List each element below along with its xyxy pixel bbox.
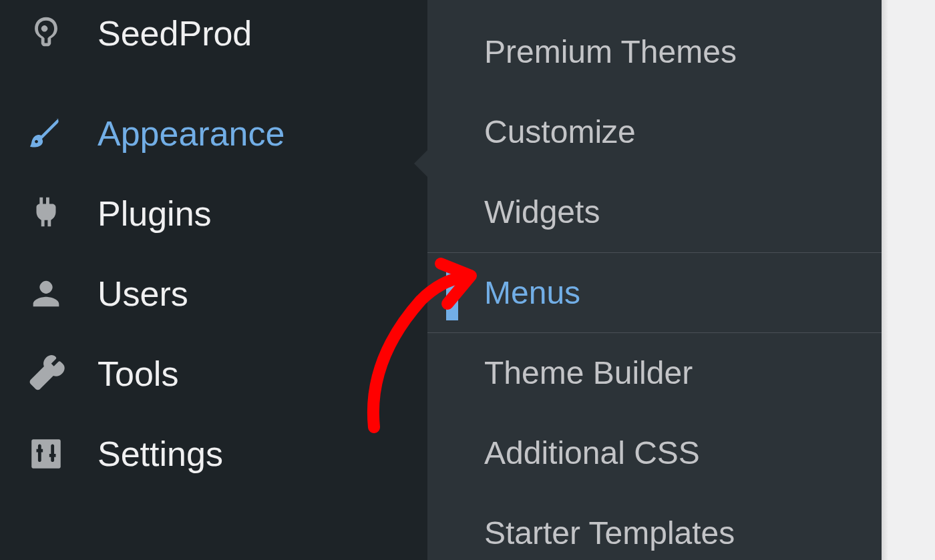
plug-icon — [27, 194, 65, 233]
submenu-item-label: Additional CSS — [484, 435, 700, 471]
active-menu-arrow — [414, 150, 427, 177]
submenu-item-menus[interactable]: Menus — [427, 252, 882, 333]
submenu-item-customize[interactable]: Customize — [427, 92, 882, 172]
submenu-item-starter-templates[interactable]: Starter Templates — [427, 493, 882, 560]
submenu-item-label: Menus — [484, 274, 580, 311]
brush-icon — [27, 114, 65, 153]
sidebar-item-label: Plugins — [98, 194, 212, 234]
user-icon — [27, 274, 65, 313]
sidebar-item-appearance[interactable]: Appearance — [0, 93, 427, 174]
content-area — [882, 0, 935, 560]
wrench-icon — [27, 354, 65, 393]
sidebar-item-plugins[interactable]: Plugins — [0, 174, 427, 254]
sidebar-item-settings[interactable]: Settings — [0, 414, 427, 494]
submenu-item-additional-css[interactable]: Additional CSS — [427, 413, 882, 493]
submenu-item-premium-themes[interactable]: Premium Themes — [427, 0, 882, 92]
submenu-item-label: Starter Templates — [484, 515, 735, 551]
sidebar-item-label: Users — [98, 274, 188, 314]
appearance-submenu: Premium Themes Customize Widgets Menus T… — [427, 0, 882, 560]
sidebar-item-label: SeedProd — [98, 13, 252, 53]
submenu-item-label: Theme Builder — [484, 354, 693, 391]
submenu-item-label: Customize — [484, 113, 636, 150]
submenu-item-label: Premium Themes — [484, 33, 737, 70]
admin-sidebar: SeedProd Appearance Plugins Users — [0, 0, 427, 560]
seedprod-icon — [27, 14, 65, 53]
sidebar-item-tools[interactable]: Tools — [0, 334, 427, 414]
sidebar-item-seedprod[interactable]: SeedProd — [0, 0, 427, 93]
sliders-icon — [27, 435, 65, 473]
submenu-item-widgets[interactable]: Widgets — [427, 172, 882, 252]
submenu-item-label: Widgets — [484, 194, 600, 230]
sidebar-item-label: Tools — [98, 354, 178, 394]
submenu-item-theme-builder[interactable]: Theme Builder — [427, 333, 882, 413]
sidebar-item-users[interactable]: Users — [0, 254, 427, 334]
sidebar-item-label: Settings — [98, 434, 223, 474]
sidebar-item-label: Appearance — [98, 113, 285, 154]
